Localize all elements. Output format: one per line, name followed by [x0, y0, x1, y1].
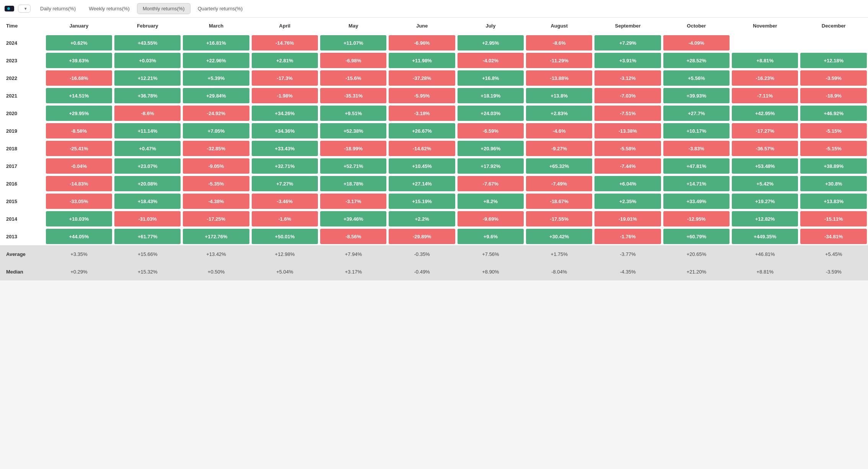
cell-value: +15.19%: [389, 194, 455, 209]
cell-2021-9: +39.93%: [662, 87, 731, 104]
year-cell: 2020: [0, 104, 45, 122]
cell-value: +29.84%: [183, 88, 249, 103]
cell-2013-11: -34.81%: [799, 228, 868, 245]
cell-2022-8: -3.12%: [593, 69, 662, 87]
cell-2018-4: -18.99%: [319, 140, 388, 157]
cell-2018-6: +20.96%: [456, 140, 525, 157]
cell-2013-2: +172.76%: [182, 228, 250, 245]
cell-2014-2: -17.25%: [182, 210, 250, 228]
cell-2014-1: -31.03%: [113, 210, 182, 228]
cell-2018-11: -5.15%: [799, 140, 868, 157]
cell-2013-9: +60.79%: [662, 228, 731, 245]
cell-value: +23.07%: [114, 158, 181, 174]
footer-cell-8: -4.35%: [593, 263, 662, 280]
cell-value: -3.12%: [594, 70, 661, 86]
footer-cell-4: +3.17%: [319, 263, 388, 280]
cell-value: -6.96%: [389, 35, 455, 50]
cell-value: +11.98%: [389, 53, 455, 68]
cell-value: +20.96%: [458, 141, 524, 156]
cell-2023-4: -6.98%: [319, 52, 388, 69]
table-row: 2020+29.95%-8.6%-24.92%+34.26%+9.51%-3.1…: [0, 104, 868, 122]
cell-2017-6: +17.92%: [456, 157, 525, 175]
footer-cell-4: +7.94%: [319, 245, 388, 263]
tab-monthly[interactable]: Monthly returns(%): [137, 3, 191, 14]
table-row: 2013+44.05%+61.77%+172.76%+50.01%-8.56%-…: [0, 228, 868, 245]
cell-value: +2.35%: [594, 194, 661, 209]
table-row: 2022-16.68%+12.21%+5.39%-17.3%-15.6%-37.…: [0, 69, 868, 87]
cell-value: +14.51%: [46, 88, 112, 103]
cell-2024-10: [731, 34, 799, 52]
cell-2022-9: +5.56%: [662, 69, 731, 87]
cell-value: +5.39%: [183, 70, 249, 86]
cell-2022-7: -13.88%: [525, 69, 593, 87]
year-cell: 2013: [0, 228, 45, 245]
chevron-down-icon: ▾: [24, 7, 26, 11]
year-cell: 2016: [0, 175, 45, 192]
cell-2019-7: -4.6%: [525, 122, 593, 140]
cell-2024-8: +7.29%: [593, 34, 662, 52]
cell-2017-1: +23.07%: [113, 157, 182, 175]
cell-value: -16.68%: [46, 70, 112, 86]
cell-value: -8.56%: [320, 229, 386, 244]
cell-2017-7: +65.32%: [525, 157, 593, 175]
cell-value: -7.11%: [732, 88, 798, 103]
cell-value: -13.88%: [526, 70, 592, 86]
header-december: December: [799, 18, 868, 34]
cell-value: +39.63%: [46, 53, 112, 68]
header-july: July: [456, 18, 525, 34]
cell-value: -17.3%: [252, 70, 318, 86]
cell-2018-1: +0.47%: [113, 140, 182, 157]
cell-2020-2: -24.92%: [182, 104, 250, 122]
cell-2020-5: -3.18%: [388, 104, 456, 122]
cell-2013-1: +61.77%: [113, 228, 182, 245]
tab-daily[interactable]: Daily returns(%): [34, 3, 81, 14]
cell-2016-2: -5.35%: [182, 175, 250, 192]
cell-value: +34.26%: [252, 106, 318, 121]
table-row: 2023+39.63%+0.03%+22.96%+2.81%-6.98%+11.…: [0, 52, 868, 69]
cell-2013-3: +50.01%: [251, 228, 319, 245]
cell-2015-6: +8.2%: [456, 192, 525, 210]
tab-weekly[interactable]: Weekly returns(%): [83, 3, 135, 14]
cell-value: +20.08%: [114, 176, 181, 191]
cell-value: +13.8%: [526, 88, 592, 103]
cell-2014-3: -1.6%: [251, 210, 319, 228]
cell-value: -16.23%: [732, 70, 798, 86]
cell-value: +39.93%: [663, 88, 730, 103]
year-cell: 2022: [0, 69, 45, 87]
cell-value: +24.03%: [458, 106, 524, 121]
footer-cell-9: +20.65%: [662, 245, 731, 263]
cell-2015-10: +19.27%: [731, 192, 799, 210]
year-cell: 2014: [0, 210, 45, 228]
header-september: September: [593, 18, 662, 34]
cell-2017-4: +52.71%: [319, 157, 388, 175]
asset-selector[interactable]: ▾: [18, 5, 31, 13]
cell-value: -3.18%: [389, 106, 455, 121]
tab-quarterly[interactable]: Quarterly returns(%): [192, 3, 249, 14]
cell-value: +449.35%: [732, 229, 798, 244]
cell-2016-6: -7.67%: [456, 175, 525, 192]
footer-cell-5: -0.49%: [388, 263, 456, 280]
cell-2018-5: -14.62%: [388, 140, 456, 157]
header-may: May: [319, 18, 388, 34]
cell-2024-2: +16.81%: [182, 34, 250, 52]
cell-2014-11: -15.11%: [799, 210, 868, 228]
cell-value: +13.83%: [800, 194, 867, 209]
footer-cell-5: -0.35%: [388, 245, 456, 263]
cell-value: +8.81%: [732, 53, 798, 68]
cell-2024-1: +43.55%: [113, 34, 182, 52]
cell-value: +7.05%: [183, 123, 249, 138]
year-cell: 2017: [0, 157, 45, 175]
cell-value: +5.56%: [663, 70, 730, 86]
cell-value: +32.71%: [252, 158, 318, 174]
cell-2021-3: -1.98%: [251, 87, 319, 104]
cell-value: -7.49%: [526, 176, 592, 191]
cell-2016-3: +7.27%: [251, 175, 319, 192]
cell-2014-8: -19.01%: [593, 210, 662, 228]
footer-row: Median+0.29%+15.32%+0.50%+5.04%+3.17%-0.…: [0, 263, 868, 280]
cell-value: -3.17%: [320, 194, 386, 209]
cell-value: -5.35%: [183, 176, 249, 191]
cell-2022-6: +16.8%: [456, 69, 525, 87]
cell-2022-11: -3.59%: [799, 69, 868, 87]
cell-value: -6.59%: [458, 123, 524, 138]
cell-value: +39.46%: [320, 211, 386, 226]
